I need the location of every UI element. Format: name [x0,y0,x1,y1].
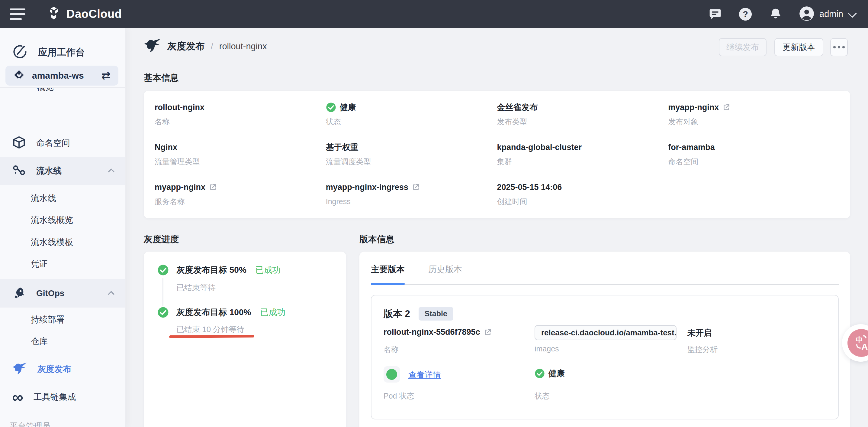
field-created: 2025-05-15 14:06 创建时间 [497,181,669,206]
sidebar-item-pipeline-overview[interactable]: 流水线概览 [0,210,125,230]
sidebar-item-repository[interactable]: 仓库 [0,332,125,351]
healthy-check-icon [326,102,336,113]
external-link-icon[interactable] [484,329,492,336]
sidebar-group-gitops[interactable]: GitOps [0,279,125,308]
basic-info-card: rollout-nginx 名称 健康 状态 金丝雀发布 发布类型 myapp-… [144,91,850,218]
translate-button[interactable]: 中 A [847,329,868,357]
sidebar-item-canary-release[interactable]: 灰度发布 [0,358,125,380]
field-cluster-value: kpanda-global-cluster [497,142,669,153]
field-release-type-label: 发布类型 [497,117,669,126]
tab-active-indicator [371,283,405,285]
rocket-icon [12,286,26,301]
tab-main-version[interactable]: 主要版本 [371,264,405,282]
field-service-value: myapp-nginx [155,181,205,193]
breadcrumb-root[interactable]: 灰度发布 [167,40,205,53]
field-created-label: 创建时间 [497,197,669,206]
avatar-icon [799,6,814,23]
sidebar-item-toolchain[interactable]: ∞ 工具链集成 [0,386,125,408]
versions-title: 版本信息 [360,233,395,246]
step-1-title: 灰度发布目标 50% [176,264,246,276]
sidebar-item-pipeline[interactable]: 流水线 [0,189,125,208]
step-2-status: 已成功 [260,307,285,318]
external-link-icon[interactable] [412,183,420,191]
sidebar-group-gitops-label: GitOps [36,288,64,298]
field-release-target-value: myapp-nginx [668,102,719,113]
stable-badge: Stable [418,307,453,320]
step-2-detail: 已结束 10 分钟等待 [176,324,244,335]
sidebar-title: 应用工作台 [0,41,125,63]
image-tag: release-ci.daocloud.io/amamba-test… [534,325,677,340]
field-release-target-label: 发布对象 [668,117,839,126]
sidebar-item-credentials[interactable]: 凭证 [0,254,125,274]
step-1-detail: 已结束等待 [176,282,216,293]
message-icon[interactable] [708,7,722,21]
pod-name-label: 名称 [383,344,399,354]
sidebar-item-credentials-label: 凭证 [31,258,48,270]
health-text: 健康 [549,368,565,379]
field-status-label: 状态 [326,117,497,126]
workspace-name: amamba-ws [32,70,84,81]
more-actions-button[interactable] [830,38,848,56]
external-link-icon[interactable] [209,183,217,191]
pod-detail-link[interactable]: 查看详情 [408,369,441,380]
update-version-button[interactable]: 更新版本 [774,38,823,56]
pod-status-indicator [383,366,400,382]
monitor-label: 监控分析 [687,344,718,354]
continue-release-button[interactable]: 继续发布 [719,38,767,56]
versions-card: 主要版本 历史版本 版本 2 Stable rollout-nginx-55d6… [360,252,850,427]
tab-history-version[interactable]: 历史版本 [428,264,462,282]
daocloud-logo-icon [46,6,62,23]
field-release-type-value: 金丝雀发布 [497,102,669,113]
field-ingress-label: Ingress [326,197,497,206]
field-namespace: for-amamba 命名空间 [668,142,839,166]
field-traffic-sched-label: 流量调度类型 [326,156,497,166]
workspace-selector-area: amamba-ws ⇄ [0,61,125,88]
sidebar-item-pipeline-template[interactable]: 流水线模板 [0,232,125,252]
user-menu[interactable]: admin [799,6,855,23]
basic-info-grid: rollout-nginx 名称 健康 状态 金丝雀发布 发布类型 myapp-… [155,102,839,206]
sidebar-item-continuous-deploy[interactable]: 持续部署 [0,310,125,329]
namespace-cube-icon [12,136,26,151]
brand-name: DaoCloud [66,7,122,21]
version-tabs: 主要版本 历史版本 [371,264,462,282]
step-2-title: 灰度发布目标 100% [176,307,251,318]
breadcrumb-separator: / [211,41,213,51]
sidebar-item-namespace[interactable]: 命名空间 [0,132,125,154]
sidebar-item-pipeline-overview-label: 流水线概览 [31,215,73,226]
field-namespace-label: 命名空间 [668,156,839,166]
step-1-status: 已成功 [255,264,281,276]
field-cluster-label: 集群 [497,156,669,166]
field-status: 健康 状态 [326,102,497,126]
infinity-icon: ∞ [12,391,23,403]
sidebar-group-pipeline-label: 流水线 [36,165,62,177]
field-name: rollout-nginx 名称 [155,102,326,126]
chevron-up-icon [108,168,115,175]
hamburger-menu-icon[interactable] [10,7,29,21]
field-traffic-sched: 基于权重 流量调度类型 [326,142,497,166]
field-traffic-mgmt-label: 流量管理类型 [155,156,326,166]
workspace-switch-icon[interactable]: ⇄ [101,70,111,81]
breadcrumb: 灰度发布 / rollout-nginx [144,37,267,55]
field-namespace-value: for-amamba [668,142,839,153]
pod-green-dot [386,369,397,380]
sidebar-item-continuous-deploy-label: 持续部署 [31,314,65,325]
version-name: 版本 2 [383,308,410,320]
help-icon[interactable]: ? [738,7,752,21]
bell-icon[interactable] [769,7,782,21]
health-label: 状态 [534,391,550,401]
external-link-icon[interactable] [722,104,730,111]
workspace-selector[interactable]: amamba-ws ⇄ [5,66,118,86]
pod-name-text: rollout-nginx-55d6f7895c [383,328,480,337]
progress-step-1: 灰度发布目标 50% 已成功 [176,264,281,276]
sidebar-item-pipeline-label: 流水线 [31,193,56,204]
field-traffic-mgmt: Nginx 流量管理类型 [155,142,326,166]
sidebar: 应用工作台 概览 amamba-ws ⇄ [0,28,126,427]
breadcrumb-current: rollout-nginx [219,41,267,51]
field-status-value: 健康 [340,102,356,113]
basic-info-title: 基本信息 [144,72,179,84]
field-release-target: myapp-nginx 发布对象 [668,102,839,126]
canary-bird-icon [12,362,27,377]
field-traffic-sched-value: 基于权重 [326,142,497,153]
sidebar-group-pipeline[interactable]: 流水线 [0,156,125,185]
progress-title: 灰度进度 [144,233,179,246]
